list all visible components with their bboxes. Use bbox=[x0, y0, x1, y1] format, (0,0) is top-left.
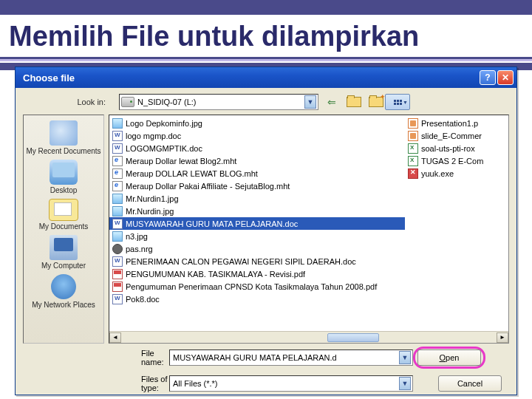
look-in-label: Look in: bbox=[23, 98, 119, 106]
cancel-button[interactable]: Cancel bbox=[438, 375, 502, 392]
file-row[interactable]: yuuk.exe bbox=[405, 167, 508, 180]
open-button[interactable]: Open bbox=[417, 349, 481, 366]
up-one-level-button[interactable] bbox=[345, 94, 363, 110]
title-underline bbox=[0, 57, 532, 61]
file-name-combo[interactable]: MUSYAWARAH GURU MATA PELAJARAN.d ▼ bbox=[169, 349, 413, 366]
slide-title: Memilih File untuk dilampirkan bbox=[0, 15, 532, 54]
recent-documents-icon bbox=[50, 120, 78, 146]
scroll-thumb[interactable] bbox=[327, 333, 379, 342]
img-file-icon bbox=[112, 231, 123, 242]
file-type-dropdown-icon[interactable]: ▼ bbox=[399, 377, 411, 390]
mht-file-icon bbox=[112, 156, 123, 166]
xls-file-icon bbox=[408, 156, 418, 166]
file-row[interactable]: pas.nrg bbox=[109, 242, 405, 255]
file-row[interactable]: n3.jpg bbox=[109, 230, 405, 242]
places-recent-label: My Recent Documents bbox=[24, 147, 103, 155]
file-row[interactable]: Meraup Dollar Pakai Affiliate - SejutaBl… bbox=[109, 180, 405, 192]
file-name-text: PENERIMAAN CALON PEGAWAI NEGERI SIPIL DA… bbox=[126, 257, 356, 266]
file-row[interactable]: soal-uts-pti-rox bbox=[405, 142, 508, 154]
places-computer[interactable]: My Computer bbox=[24, 235, 103, 270]
places-desktop-label: Desktop bbox=[24, 186, 103, 194]
file-type-combo[interactable]: All Files (*.*) ▼ bbox=[169, 375, 413, 392]
dialog-titlebar[interactable]: Choose file ? ✕ bbox=[16, 67, 516, 88]
mht-file-icon bbox=[112, 181, 123, 191]
file-row[interactable]: Pengumuman Penerimaan CPNSD Kota Tasikma… bbox=[109, 280, 405, 293]
ppt-file-icon bbox=[408, 131, 418, 141]
file-row[interactable]: Mr.Nurdin.jpg bbox=[109, 205, 405, 217]
places-network[interactable]: My Network Places bbox=[24, 274, 103, 309]
file-row[interactable]: PENERIMAAN CALON PEGAWAI NEGERI SIPIL DA… bbox=[109, 255, 405, 267]
ppt-file-icon bbox=[408, 118, 418, 129]
network-places-icon bbox=[51, 274, 76, 299]
file-row[interactable]: slide_E-Commer bbox=[405, 129, 508, 142]
file-name-value: MUSYAWARAH GURU MATA PELAJARAN.d bbox=[171, 353, 399, 362]
dialog-main: My Recent Documents Desktop My Documents… bbox=[16, 115, 516, 344]
new-folder-button[interactable] bbox=[367, 94, 385, 110]
file-row[interactable]: Presentation1.p bbox=[405, 117, 508, 129]
nrg-file-icon bbox=[112, 244, 123, 254]
file-name-text: yuuk.exe bbox=[421, 169, 454, 178]
file-name-text: logo mgmp.doc bbox=[126, 132, 181, 140]
back-button[interactable]: ⇐ bbox=[323, 94, 341, 110]
file-row[interactable]: TUGAS 2 E-Com bbox=[405, 154, 508, 167]
drive-icon bbox=[121, 97, 134, 107]
file-list[interactable]: Logo Depkominfo.jpglogo mgmp.docLOGOMGMP… bbox=[109, 115, 509, 344]
file-name-text: Logo Depkominfo.jpg bbox=[126, 119, 202, 128]
doc-file-icon bbox=[112, 294, 123, 304]
file-name-text: soal-uts-pti-rox bbox=[421, 144, 475, 153]
file-name-text: PENGUMUMAN KAB. TASIKMALAYA - Revisi.pdf bbox=[126, 270, 305, 279]
exe-file-icon bbox=[408, 168, 418, 179]
desktop-icon bbox=[50, 160, 78, 185]
filename-row: File name: MUSYAWARAH GURU MATA PELAJARA… bbox=[16, 344, 516, 372]
file-row[interactable]: Meraup DOLLAR LEWAT BLOG.mht bbox=[109, 167, 405, 180]
doc-file-icon bbox=[112, 256, 123, 267]
file-name-text: n3.jpg bbox=[126, 232, 148, 241]
dialog-toolbar: Look in: N_SIDIQ-07 (L:) ▼ ⇐ bbox=[16, 88, 516, 115]
file-row[interactable]: Meraup Dollar lewat Blog2.mht bbox=[109, 154, 405, 167]
file-name-text: Mr.Nurdin1.jpg bbox=[126, 194, 179, 203]
img-file-icon bbox=[112, 118, 123, 129]
filetype-row: Files of type: All Files (*.*) ▼ Cancel bbox=[16, 372, 516, 395]
file-name-text: Meraup DOLLAR LEWAT BLOG.mht bbox=[126, 169, 258, 178]
look-in-combo[interactable]: N_SIDIQ-07 (L:) ▼ bbox=[119, 94, 318, 110]
file-row[interactable]: PENGUMUMAN KAB. TASIKMALAYA - Revisi.pdf bbox=[109, 267, 405, 280]
file-name-text: TUGAS 2 E-Com bbox=[421, 157, 483, 166]
close-button[interactable]: ✕ bbox=[497, 70, 514, 85]
dialog-title: Choose file bbox=[18, 72, 478, 83]
file-name-text: pas.nrg bbox=[126, 245, 153, 253]
file-name-text: MUSYAWARAH GURU MATA PELAJARAN.doc bbox=[126, 219, 298, 228]
places-network-label: My Network Places bbox=[24, 301, 103, 309]
places-bar: My Recent Documents Desktop My Documents… bbox=[23, 115, 104, 344]
file-row[interactable]: Mr.Nurdin1.jpg bbox=[109, 192, 405, 205]
places-computer-label: My Computer bbox=[24, 262, 103, 270]
file-name-text: Pok8.doc bbox=[126, 295, 160, 304]
doc-file-icon bbox=[112, 143, 123, 154]
my-computer-icon bbox=[50, 235, 78, 260]
img-file-icon bbox=[112, 194, 123, 204]
look-in-value: N_SIDIQ-07 (L:) bbox=[137, 98, 304, 106]
places-recent[interactable]: My Recent Documents bbox=[24, 120, 103, 155]
file-row[interactable]: LOGOMGMPTIK.doc bbox=[109, 142, 405, 154]
slide-top-bar bbox=[0, 0, 532, 15]
file-row[interactable]: logo mgmp.doc bbox=[109, 129, 405, 142]
file-row[interactable]: Pok8.doc bbox=[109, 293, 405, 305]
file-name-dropdown-icon[interactable]: ▼ bbox=[399, 351, 411, 364]
horizontal-scrollbar[interactable]: ◄ ► bbox=[109, 331, 508, 343]
file-row[interactable]: MUSYAWARAH GURU MATA PELAJARAN.doc bbox=[109, 217, 405, 230]
views-icon bbox=[394, 100, 402, 105]
file-name-text: Meraup Dollar lewat Blog2.mht bbox=[126, 157, 236, 166]
scroll-right-button[interactable]: ► bbox=[497, 332, 508, 343]
file-type-value: All Files (*.*) bbox=[171, 379, 399, 388]
choose-file-dialog: Choose file ? ✕ Look in: N_SIDIQ-07 (L:)… bbox=[15, 66, 517, 395]
file-row[interactable]: Logo Depkominfo.jpg bbox=[109, 117, 405, 129]
places-documents[interactable]: My Documents bbox=[24, 199, 103, 231]
views-button[interactable] bbox=[385, 94, 410, 110]
file-name-text: Mr.Nurdin.jpg bbox=[126, 207, 174, 216]
scroll-left-button[interactable]: ◄ bbox=[109, 332, 121, 343]
my-documents-icon bbox=[49, 199, 78, 221]
mht-file-icon bbox=[112, 168, 123, 179]
places-desktop[interactable]: Desktop bbox=[24, 160, 103, 194]
scroll-track[interactable] bbox=[121, 332, 497, 343]
help-button[interactable]: ? bbox=[480, 70, 496, 85]
look-in-dropdown-icon[interactable]: ▼ bbox=[304, 95, 316, 109]
